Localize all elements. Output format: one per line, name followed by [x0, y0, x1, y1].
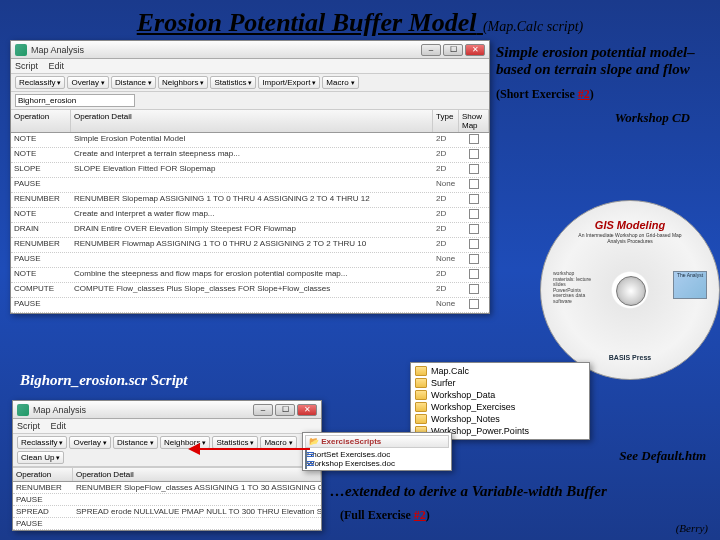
cell-showmap[interactable] [459, 268, 489, 282]
tool-reclassify[interactable]: Reclassify [15, 76, 65, 89]
app-icon [17, 404, 29, 416]
script-name-input[interactable] [15, 94, 135, 107]
checkbox-icon[interactable] [469, 194, 479, 204]
table-row[interactable]: PAUSENone [11, 298, 489, 313]
titlebar-bottom[interactable]: Map Analysis – ☐ ✕ [13, 401, 321, 419]
col-detail[interactable]: Operation Detail [73, 468, 321, 481]
cd-publisher: BASIS Press [609, 354, 651, 361]
cell-showmap[interactable] [459, 238, 489, 252]
cell-showmap[interactable] [459, 253, 489, 267]
grid-header: Operation Operation Detail Type Show Map [11, 109, 489, 133]
folder-item[interactable]: Map.Calc [413, 365, 587, 377]
cell-showmap[interactable] [459, 163, 489, 177]
table-row[interactable]: NOTECombine the steepness and flow maps … [11, 268, 489, 283]
folder-item[interactable]: Workshop_Data [413, 389, 587, 401]
cell-type: None [433, 253, 459, 267]
cell-showmap[interactable] [459, 133, 489, 147]
cell-showmap[interactable] [459, 298, 489, 312]
cell-type: None [433, 298, 459, 312]
tool-distance[interactable]: Distance [113, 436, 158, 449]
maximize-button[interactable]: ☐ [275, 404, 295, 416]
close-button[interactable]: ✕ [297, 404, 317, 416]
table-row[interactable]: SPREADSPREAD erode NULLVALUE PMAP NULL T… [13, 506, 321, 518]
folder-listing: Map.CalcSurferWorkshop_DataWorkshop_Exer… [410, 362, 590, 440]
close-button[interactable]: ✕ [465, 44, 485, 56]
table-row[interactable]: DRAINDRAIN Entire OVER Elevation Simply … [11, 223, 489, 238]
checkbox-icon[interactable] [469, 149, 479, 159]
folder-item[interactable]: Surfer [413, 377, 587, 389]
file-item[interactable]: ShortSet Exercises.doc [305, 450, 449, 459]
table-row[interactable]: PAUSE [13, 494, 321, 506]
table-row[interactable]: PAUSENone [11, 253, 489, 268]
cell-detail: DRAIN Entire OVER Elevation Simply Steep… [71, 223, 433, 237]
minimize-button[interactable]: – [421, 44, 441, 56]
menu-edit[interactable]: Edit [51, 421, 67, 431]
folder-item[interactable]: Workshop_Notes [413, 413, 587, 425]
cell-showmap[interactable] [459, 283, 489, 297]
script-filename-label: Bighorn_erosion.scr Script [20, 372, 188, 389]
cell-detail: Create and interpret a terrain steepness… [71, 148, 433, 162]
title-text: Erosion Potential Buffer Model [137, 8, 477, 37]
tool-macro[interactable]: Macro [322, 76, 358, 89]
checkbox-icon[interactable] [469, 239, 479, 249]
cell-type: 2D [433, 193, 459, 207]
table-row[interactable]: NOTECreate and interpret a water flow ma… [11, 208, 489, 223]
tool-overlay[interactable]: Overlay [69, 436, 111, 449]
menubar: Script Edit [11, 59, 489, 74]
cell-type: 2D [433, 208, 459, 222]
cell-showmap[interactable] [459, 178, 489, 192]
tool-statistics[interactable]: Statistics [210, 76, 256, 89]
cell-showmap[interactable] [459, 208, 489, 222]
table-row[interactable]: RENUMBERRENUMBER SlopeFlow_classes ASSIG… [13, 482, 321, 494]
cell-showmap[interactable] [459, 223, 489, 237]
checkbox-icon[interactable] [469, 209, 479, 219]
col-type[interactable]: Type [433, 110, 459, 132]
menu-script[interactable]: Script [17, 421, 40, 431]
col-operation[interactable]: Operation [11, 110, 71, 132]
checkbox-icon[interactable] [469, 164, 479, 174]
col-operation[interactable]: Operation [13, 468, 73, 481]
table-row[interactable]: RENUMBERRENUMBER Flowmap ASSIGNING 1 TO … [11, 238, 489, 253]
cell-showmap[interactable] [459, 148, 489, 162]
tool-distance[interactable]: Distance [111, 76, 156, 89]
table-row[interactable]: RENUMBERRENUMBER Slopemap ASSIGNING 1 TO… [11, 193, 489, 208]
menu-edit[interactable]: Edit [49, 61, 65, 71]
cell-operation: RENUMBER [13, 482, 73, 493]
titlebar[interactable]: Map Analysis – ☐ ✕ [11, 41, 489, 59]
checkbox-icon[interactable] [469, 269, 479, 279]
cell-detail [71, 253, 433, 267]
folder-label: Workshop_Data [431, 390, 495, 400]
checkbox-icon[interactable] [469, 224, 479, 234]
workshop-cd-label: Workshop CD [496, 110, 690, 126]
tool-importexport[interactable]: Import/Export [258, 76, 320, 89]
menu-script[interactable]: Script [15, 61, 38, 71]
table-row[interactable]: COMPUTECOMPUTE Flow_classes Plus Slope_c… [11, 283, 489, 298]
col-detail[interactable]: Operation Detail [71, 110, 433, 132]
cell-type: 2D [433, 283, 459, 297]
tool-overlay[interactable]: Overlay [67, 76, 109, 89]
col-showmap[interactable]: Show Map [459, 110, 489, 132]
table-row[interactable]: SLOPESLOPE Elevation Fitted FOR Slopemap… [11, 163, 489, 178]
checkbox-icon[interactable] [469, 284, 479, 294]
folder-icon [415, 390, 427, 400]
cell-detail: Simple Erosion Potential Model [71, 133, 433, 147]
cell-showmap[interactable] [459, 193, 489, 207]
table-row[interactable]: NOTECreate and interpret a terrain steep… [11, 148, 489, 163]
full-exercise-label: (Full Exercise #2) [340, 508, 430, 523]
cell-operation: DRAIN [11, 223, 71, 237]
checkbox-icon[interactable] [469, 134, 479, 144]
folder-item[interactable]: Workshop_Exercises [413, 401, 587, 413]
checkbox-icon[interactable] [469, 179, 479, 189]
cell-operation: COMPUTE [11, 283, 71, 297]
checkbox-icon[interactable] [469, 254, 479, 264]
file-item[interactable]: Workshop Exercises.doc [305, 459, 449, 468]
tool-neighbors[interactable]: Neighbors [158, 76, 208, 89]
table-row[interactable]: NOTESimple Erosion Potential Model2D [11, 133, 489, 148]
checkbox-icon[interactable] [469, 299, 479, 309]
table-row[interactable]: PAUSE [13, 518, 321, 530]
tool-cleanup[interactable]: Clean Up [17, 451, 64, 464]
table-row[interactable]: PAUSENone [11, 178, 489, 193]
tool-reclassify[interactable]: Reclassify [17, 436, 67, 449]
maximize-button[interactable]: ☐ [443, 44, 463, 56]
minimize-button[interactable]: – [253, 404, 273, 416]
